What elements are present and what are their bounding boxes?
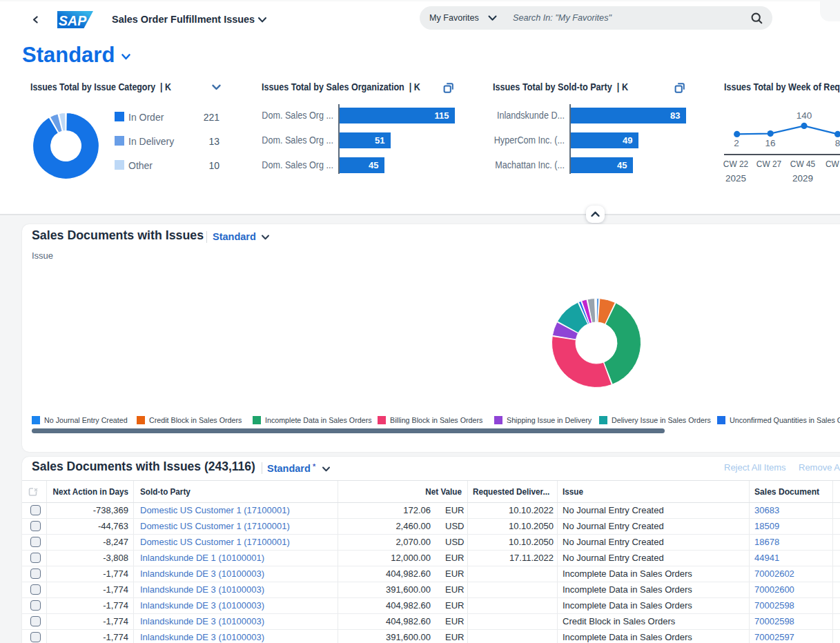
svg-text:SAP: SAP — [59, 13, 87, 28]
